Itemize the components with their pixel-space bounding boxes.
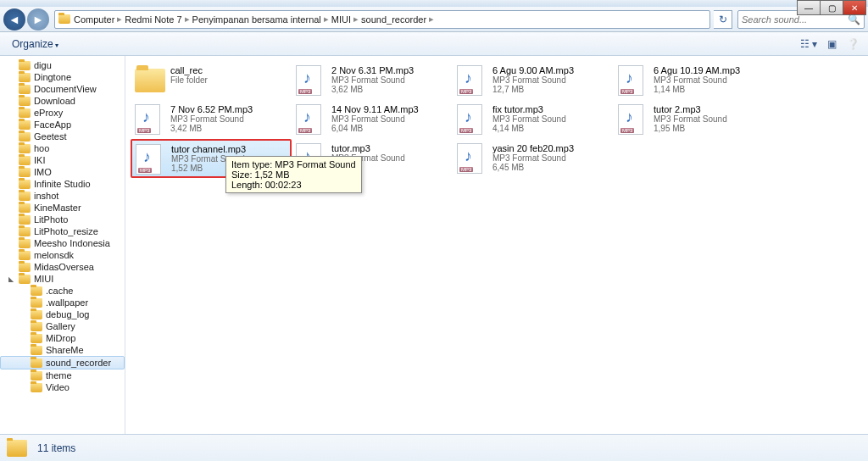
folder-icon [19,132,31,142]
tree-item[interactable]: ShareMe [0,344,125,356]
status-text: 11 items [37,442,75,454]
window-close[interactable]: ✕ [843,0,866,15]
file-item[interactable]: fix tutor.mp3MP3 Format Sound4,14 MB [453,100,614,139]
file-item[interactable]: tutor 2.mp3MP3 Format Sound1,95 MB [614,100,775,139]
file-name: fix tutor.mp3 [492,104,609,114]
main: diguDingtoneDocumentViewDownloadeProxyFa… [0,56,868,434]
nav-tree[interactable]: diguDingtoneDocumentViewDownloadeProxyFa… [0,56,125,434]
collapse-icon[interactable]: ◣ [8,275,17,283]
tree-item[interactable]: IKI [0,154,125,166]
tree-item[interactable]: eProxy [0,107,125,119]
folder-icon [19,203,31,213]
file-name: tutor channel.mp3 [171,144,287,154]
tree-item[interactable]: MidasOversea [0,261,125,273]
tree-item[interactable]: debug_log [0,308,125,320]
file-name: yasin 20 feb20.mp3 [492,143,609,153]
refresh-button[interactable]: ↻ [714,10,732,29]
mp3-icon [618,104,643,135]
crumb[interactable]: sound_recorder [361,14,426,25]
tree-item[interactable]: Gallery [0,320,125,332]
tree-item[interactable]: inshot [0,190,125,202]
file-size: 1,14 MB [654,85,771,94]
view-button[interactable]: ☷ ▾ [798,36,819,52]
breadcrumb[interactable]: Computer▸ Redmi Note 7▸ Penyimpanan bers… [54,10,710,29]
tree-item[interactable]: Video [0,381,125,393]
tree-label: Dingtone [34,72,71,82]
tree-item[interactable]: Meesho Indonesia [0,237,125,249]
file-size: 6,45 MB [492,163,609,172]
file-name: 14 Nov 9.11 AM.mp3 [331,104,448,114]
tooltip-line: Item type: MP3 Format Sound [231,159,356,169]
file-name: 7 Nov 6.52 PM.mp3 [170,104,287,114]
help-button[interactable]: ❔ [845,36,861,52]
chevron-right-icon: ▸ [114,14,125,25]
tree-item[interactable]: hoo [0,142,125,154]
organize-button[interactable]: Organize [7,36,67,52]
tree-item[interactable]: LitPhoto [0,214,125,225]
crumb[interactable]: Penyimpanan bersama internal [192,14,321,25]
file-item[interactable]: 6 Agu 9.00 AM.mp3MP3 Format Sound12,7 MB [453,61,614,100]
tree-item[interactable]: FaceApp [0,119,125,131]
window-maximize[interactable]: ▢ [820,0,843,15]
crumb[interactable]: MIUI [331,14,351,25]
folder-icon [19,239,31,248]
tree-label: melonsdk [34,250,74,260]
tree-label: .cache [46,286,73,296]
file-size: 6,04 MB [331,124,448,133]
tree-item[interactable]: .cache [0,285,125,297]
chevron-right-icon: ▸ [321,14,331,25]
tree-item[interactable]: LitPhoto_resize [0,225,125,237]
crumb[interactable]: Redmi Note 7 [125,14,181,25]
file-item[interactable]: 7 Nov 6.52 PM.mp3MP3 Format Sound3,42 MB [131,100,292,139]
tree-item[interactable]: Geetest [0,131,125,142]
tree-label: FaceApp [34,119,71,130]
tree-label: Geetest [34,131,67,142]
tree-label: ShareMe [46,345,84,355]
folder-icon [135,69,165,92]
tree-item[interactable]: ◣MIUI [0,273,125,285]
tree-item[interactable]: Infinite Studio [0,178,125,190]
crumb[interactable]: Computer [74,14,114,25]
folder-icon [19,85,31,94]
tree-item[interactable]: sound_recorder [0,356,125,369]
file-item[interactable]: call_recFile folder [131,61,292,100]
forward-button[interactable]: ► [27,8,49,31]
tree-item[interactable]: .wallpaper [0,297,125,308]
file-pane[interactable]: call_recFile folder2 Nov 6.31 PM.mp3MP3 … [125,56,868,434]
folder-icon [19,108,31,118]
tree-label: sound_recorder [46,358,111,368]
tree-label: MIUI [34,274,53,284]
file-item[interactable]: 6 Agu 10.19 AM.mp3MP3 Format Sound1,14 M… [614,61,775,100]
file-type: MP3 Format Sound [331,114,448,124]
file-size: 1,95 MB [654,124,771,133]
folder-icon [19,251,31,260]
file-item[interactable]: 14 Nov 9.11 AM.mp3MP3 Format Sound6,04 M… [292,100,453,139]
file-item[interactable]: 2 Nov 6.31 PM.mp3MP3 Format Sound3,62 MB [292,61,453,100]
file-name: 6 Agu 10.19 AM.mp3 [654,65,771,75]
tree-item[interactable]: MiDrop [0,332,125,344]
file-size: 3,62 MB [331,85,448,94]
tree-item[interactable]: Dingtone [0,71,125,83]
tree-item[interactable]: KineMaster [0,202,125,214]
file-item[interactable]: yasin 20 feb20.mp3MP3 Format Sound6,45 M… [453,139,614,178]
tree-item[interactable]: melonsdk [0,249,125,261]
search-input[interactable] [738,14,844,25]
tree-item[interactable]: IMO [0,166,125,178]
tree-label: IMO [34,167,52,177]
back-button[interactable]: ◄ [3,8,25,31]
tree-label: KineMaster [34,203,81,213]
preview-pane-button[interactable]: ▣ [826,36,838,52]
folder-icon [31,346,42,355]
folder-icon [31,334,42,343]
tree-item[interactable]: DocumentView [0,83,125,95]
tree-item[interactable]: theme [0,369,125,381]
folder-icon [19,168,31,177]
tree-label: Video [46,382,70,392]
tree-item[interactable]: digu [0,59,125,71]
tree-item[interactable]: Download [0,95,125,107]
folder-icon [19,263,31,272]
window-minimize[interactable]: — [797,0,821,15]
mp3-icon [457,143,482,174]
toolbar: Organize ☷ ▾ ▣ ❔ [0,32,868,56]
folder-icon [19,61,31,70]
